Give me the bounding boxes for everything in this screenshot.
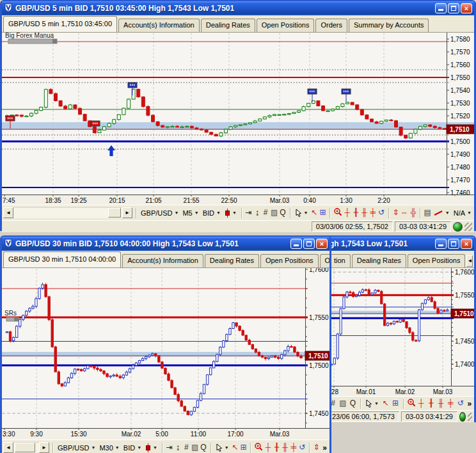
chart-daily[interactable]: 1,76001,75501,74501,7400.28Mar.01Mar.02M…: [328, 268, 474, 396]
pan-icon[interactable]: ╂: [427, 398, 435, 409]
maximize-button[interactable]: [448, 3, 459, 13]
zoom-reset-icon[interactable]: ↺: [299, 442, 306, 453]
zoom-height-icon[interactable]: ╪: [290, 442, 297, 453]
zoom-reset-icon[interactable]: ↺: [456, 398, 464, 409]
period-combo[interactable]: M30▼: [98, 444, 120, 452]
zoom-x-icon[interactable]: ┼: [417, 398, 425, 409]
zoom-height-icon[interactable]: ╪: [369, 207, 376, 218]
chart-style-combo[interactable]: ▼: [223, 209, 238, 218]
chart-5min[interactable]: Big Forex Manua1,75801,75701,75601,75501…: [2, 33, 474, 205]
zoom-x-icon[interactable]: ┼: [344, 207, 351, 218]
resize-grip[interactable]: [464, 223, 472, 231]
pan-icon[interactable]: ╂: [273, 442, 280, 453]
scroll-left-icon[interactable]: ◄: [3, 442, 13, 453]
chart-style-combo[interactable]: ▼: [144, 443, 159, 452]
snap-pointer-icon[interactable]: ⊞: [319, 207, 326, 218]
fit-vertical-icon[interactable]: ↨: [253, 207, 260, 218]
crosshair-pointer-icon[interactable]: ↖: [310, 207, 317, 218]
grid-icon[interactable]: #: [183, 442, 190, 453]
zoom-width-icon[interactable]: ╫: [361, 207, 368, 218]
maximize-button[interactable]: [303, 239, 315, 249]
scale-vertical-icon[interactable]: ⇕: [313, 442, 320, 453]
scroll-to-end-icon[interactable]: ⇥: [166, 442, 173, 453]
price-type-combo[interactable]: BID▼: [202, 209, 222, 217]
minimize-button[interactable]: [435, 239, 447, 249]
tab[interactable]: tion: [329, 254, 351, 267]
pointer-combo[interactable]: ▼: [214, 443, 230, 452]
fit-vertical-icon[interactable]: ↨: [174, 442, 181, 453]
zoom-width-icon[interactable]: ╫: [282, 442, 289, 453]
close-button[interactable]: ×: [316, 239, 328, 249]
tab[interactable]: Open Positions: [257, 19, 315, 32]
tab[interactable]: Dealing Rates: [205, 254, 259, 267]
line-tool-combo[interactable]: ▼: [432, 210, 451, 216]
region-select-icon[interactable]: ▨: [271, 207, 278, 218]
zoom-x-icon[interactable]: ┼: [264, 442, 271, 453]
minimize-button[interactable]: [435, 3, 447, 13]
scroll-right-icon[interactable]: ►: [122, 207, 132, 218]
zoom-in-icon[interactable]: [254, 442, 263, 453]
zoom-height-icon[interactable]: ╪: [447, 398, 455, 409]
crosshair-pointer-icon[interactable]: ↖: [381, 398, 390, 409]
symbol-combo[interactable]: GBP/USD▼: [56, 444, 97, 452]
scrollbar-thumb[interactable]: [15, 443, 35, 452]
window-titlebar[interactable]: GBP/USD 5 min BID 1,7510 03:45:00 High 1…: [2, 1, 474, 15]
tab-scroll-left-icon[interactable]: ◄: [466, 255, 473, 267]
region-select-icon[interactable]: ▨: [191, 442, 198, 453]
zoom-in-icon[interactable]: [333, 207, 342, 218]
chart-h-scrollbar[interactable]: ◄►: [3, 442, 49, 453]
tab[interactable]: Open Positions: [408, 254, 466, 267]
quotes-icon[interactable]: Q: [349, 398, 357, 409]
candlestick-chart-svg[interactable]: 1,76001,75501,74501,7400.28Mar.01Mar.02M…: [328, 268, 474, 396]
tab[interactable]: Account(s) Information: [118, 19, 200, 32]
period-combo[interactable]: M5▼: [181, 209, 200, 217]
zoom-reset-icon[interactable]: ↺: [377, 207, 385, 218]
na-combo[interactable]: N/A▼: [452, 209, 473, 217]
report-icon[interactable]: ▤: [424, 207, 431, 218]
scrollbar-track[interactable]: [13, 207, 122, 218]
scroll-to-end-icon[interactable]: ⇥: [245, 207, 252, 218]
candlestick-chart-svg[interactable]: Big Forex Manua1,75801,75701,75601,75501…: [2, 33, 474, 205]
tab[interactable]: GBP/USD 5 min 1,7510 03:45:00: [3, 16, 117, 32]
symbol-combo[interactable]: GBP/USD▼: [139, 209, 180, 217]
tab[interactable]: Summary by Accounts: [349, 19, 429, 32]
tab[interactable]: GBP/USD 30 min 1,7510 04:00:00: [3, 251, 121, 267]
tab[interactable]: O: [320, 254, 329, 267]
chart-30min[interactable]: SRs1,76001,75501,75001,74503:309:3015:30…: [2, 268, 329, 440]
snap-pointer-icon[interactable]: ⊞: [391, 398, 399, 409]
toolbar-overflow-icon[interactable]: »: [466, 399, 473, 408]
region-select-icon[interactable]: ▨: [338, 398, 347, 409]
scale-both-icon[interactable]: ╬: [409, 207, 416, 218]
price-type-combo[interactable]: BID▼: [122, 444, 143, 452]
window-titlebar[interactable]: gh 1,7543 Low 1,7501 ×: [328, 237, 474, 251]
pointer-combo[interactable]: ▼: [294, 209, 310, 217]
scale-vertical-icon[interactable]: ⇕: [392, 207, 399, 218]
zoom-in-icon[interactable]: [407, 398, 416, 409]
scrollbar-track[interactable]: [13, 442, 39, 453]
tab[interactable]: Dealing Rates: [352, 254, 406, 267]
scroll-right-icon[interactable]: ►: [39, 442, 49, 453]
tab[interactable]: Dealing Rates: [201, 19, 255, 32]
pan-icon[interactable]: ╂: [352, 207, 359, 218]
candlestick-chart-svg[interactable]: SRs1,76001,75501,75001,74503:309:3015:30…: [2, 268, 329, 440]
scroll-left-icon[interactable]: ◄: [3, 207, 13, 218]
scale-horizontal-icon[interactable]: ⇔: [401, 207, 408, 218]
close-button[interactable]: ×: [461, 3, 472, 13]
crosshair-pointer-icon[interactable]: ↖: [232, 442, 239, 453]
resize-grip[interactable]: [468, 413, 472, 421]
toolbar-overflow-icon[interactable]: »: [321, 443, 328, 452]
scrollbar-thumb[interactable]: [108, 208, 121, 218]
chart-h-scrollbar[interactable]: ◄►: [3, 207, 132, 218]
close-button[interactable]: ×: [461, 239, 472, 249]
grid-icon[interactable]: #: [262, 207, 269, 218]
quotes-icon[interactable]: Q: [200, 442, 207, 453]
maximize-button[interactable]: [448, 239, 459, 249]
tab[interactable]: Orders: [315, 19, 347, 32]
zoom-width-icon[interactable]: ╫: [436, 398, 445, 409]
minimize-button[interactable]: [290, 239, 302, 249]
pointer-combo[interactable]: ▼: [364, 399, 380, 408]
snap-pointer-icon[interactable]: ⊞: [240, 442, 247, 453]
tab[interactable]: Open Positions: [260, 254, 319, 267]
tab[interactable]: Account(s) Information: [122, 254, 203, 267]
quotes-icon[interactable]: Q: [279, 207, 286, 218]
